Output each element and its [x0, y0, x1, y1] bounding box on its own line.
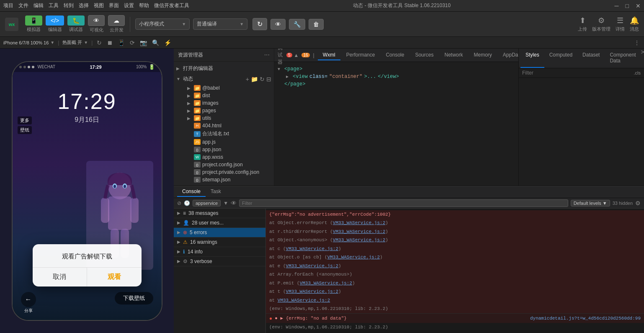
search-device-button[interactable]: 🔍 [151, 39, 160, 47]
styles-tab-dataset[interactable]: Dataset [577, 49, 605, 68]
folder-pages[interactable]: ▶ 📁 pages [174, 107, 274, 114]
collapse-icon[interactable]: ⊟ [266, 76, 271, 83]
menu-project[interactable]: 项目 [3, 2, 13, 9]
share-button[interactable]: ← 分享 [21, 292, 36, 314]
styles-filter-input[interactable] [522, 70, 632, 76]
more-device-icon[interactable]: ⋮ [633, 39, 641, 47]
version-button[interactable]: ⚙ 版本管理 [592, 16, 611, 32]
file-404[interactable]: H 404.html [174, 122, 274, 129]
link-4[interactable]: VM33_WAService.js:2 [286, 246, 338, 251]
menu-settings[interactable]: 设置 [124, 2, 134, 9]
screenshot-button[interactable]: 📷 [139, 39, 148, 47]
console-tab[interactable]: Console [177, 187, 206, 197]
file-legal-domain[interactable]: T 合法域名.txt [174, 129, 274, 138]
editor-button[interactable]: </> 编辑器 [46, 15, 64, 33]
minimize-button[interactable]: ─ [615, 3, 619, 9]
menu-help[interactable]: 帮助 [139, 2, 149, 9]
refresh-button[interactable]: ↻ [252, 18, 267, 30]
menu-view[interactable]: 视图 [94, 2, 104, 9]
folder-utils[interactable]: ▶ 📁 utils [174, 114, 274, 122]
details-button[interactable]: ☰ 详情 [616, 16, 625, 32]
tab-sources[interactable]: Sources [410, 50, 438, 60]
real-debug-button[interactable]: 🔧 [289, 19, 305, 30]
device-selector[interactable]: iPhone 6/7/8 100% 16 ▼ [3, 40, 54, 45]
maximize-button[interactable]: □ [626, 3, 629, 9]
log-group-info[interactable]: ▶ ℹ 14 info [174, 247, 265, 257]
file-appjs[interactable]: JS app.js [174, 138, 274, 146]
explorer-more-button[interactable]: ··· [264, 51, 270, 59]
link-6[interactable]: VM33_WAService.js:2 [286, 263, 338, 268]
menu-file[interactable]: 文件 [18, 2, 28, 9]
log-group-errors[interactable]: ▶ ⊗ 5 errors [174, 228, 265, 237]
menu-interface[interactable]: 界面 [109, 2, 119, 9]
tab-network[interactable]: Network [439, 50, 468, 60]
refresh-explorer-icon[interactable]: ↻ [260, 76, 265, 83]
refresh-device-button[interactable]: ↻ [96, 39, 103, 47]
styles-panel-more-icon[interactable]: >> [641, 49, 644, 68]
debugger-button[interactable]: 🐛 调试器 [67, 15, 85, 33]
cls-button[interactable]: .cls [634, 70, 641, 75]
window-controls[interactable]: ─ □ ✕ [615, 3, 641, 9]
wxml-page-open[interactable]: ▼ <page> [278, 65, 515, 73]
tab-wxml[interactable]: Wxml [318, 50, 340, 60]
stop-button[interactable]: ⏹ [106, 39, 113, 47]
eye-icon[interactable]: 👁 [231, 200, 237, 207]
phone-icon-button[interactable]: 📱 [117, 39, 126, 47]
simulator-button[interactable]: 📱 模拟器 [25, 15, 42, 33]
open-editors-header[interactable]: ▶ 打开的编辑器 [174, 63, 274, 74]
cancel-dialog-button[interactable]: 取消 [33, 268, 87, 287]
link-2[interactable]: VM33_WAService.js:2 [333, 229, 385, 234]
appservice-tag[interactable]: appservice [193, 200, 221, 207]
levels-dropdown[interactable]: Default levels ▼ [571, 200, 610, 207]
file-project-private-config[interactable]: {} project.private.config.json [174, 168, 274, 176]
compiler-dropdown[interactable]: 普通编译 ▼ [193, 18, 247, 30]
styles-tab-computed[interactable]: Computed [544, 49, 577, 68]
file-appjson[interactable]: {} app.json [174, 146, 274, 153]
folder-images[interactable]: ▶ 📁 images [174, 99, 274, 107]
console-clear-icon[interactable]: 🕐 [184, 200, 190, 206]
wxml-view-line[interactable]: ▶ <view class= "container" >... </view> [278, 73, 515, 80]
log-group-verbose[interactable]: ▶ ⚙ 3 verbose [174, 257, 265, 266]
bottom-error-location[interactable]: dynamicdetail.js?t=w_4d56cd120d2560dd:99 [530, 316, 641, 321]
hotspot-toggle[interactable]: 热面截 开 ▼ [62, 39, 88, 46]
tab-console[interactable]: Console [381, 50, 409, 60]
cloud-button[interactable]: ☁ 云开发 [108, 15, 125, 33]
styles-tab-styles[interactable]: Styles [520, 49, 544, 68]
rotate-button[interactable]: ⟳ [129, 39, 136, 47]
link-1[interactable]: VM33_WAService.js:2 [333, 220, 385, 225]
add-folder-icon[interactable]: 📁 [251, 76, 258, 83]
link-5[interactable]: VM33_WAService.js:2 [327, 255, 380, 260]
link-10[interactable]: VM33_WAService.js:2 [278, 298, 330, 303]
link-3[interactable]: VM33_WAService.js:2 [333, 237, 385, 243]
project-root[interactable]: ▼ 动态 + 📁 ↻ ⊟ [174, 74, 274, 84]
styles-tab-component[interactable]: Component Data [605, 49, 641, 68]
tab-performance[interactable]: Performance [341, 50, 380, 60]
task-tab[interactable]: Task [206, 187, 226, 197]
link-8[interactable]: VM33_WAService.js:2 [300, 281, 352, 286]
wifi-button[interactable]: ⚡ [163, 39, 172, 47]
folder-dist[interactable]: ▶ 📁 dist [174, 92, 274, 99]
menu-wechat[interactable]: 微信开发者工具 [154, 2, 189, 9]
menu-edit[interactable]: 编辑 [33, 2, 44, 9]
message-button[interactable]: 🔔 消息 [630, 16, 639, 32]
add-file-icon[interactable]: + [246, 76, 249, 83]
tab-appdata[interactable]: AppData [498, 50, 518, 60]
log-group-messages[interactable]: ▶ ≡ 38 messages [174, 209, 265, 218]
upload-button[interactable]: ⬆ 上传 [578, 16, 587, 32]
mode-dropdown[interactable]: 小程序模式 ▼ [135, 18, 190, 30]
folder-babel[interactable]: ▶ 📁 @babel [174, 84, 274, 92]
preview-button[interactable]: 👁 [270, 19, 286, 30]
menu-select[interactable]: 选择 [79, 2, 89, 9]
file-project-config[interactable]: {} project.config.json [174, 161, 274, 168]
close-button[interactable]: ✕ [636, 3, 641, 9]
clean-button[interactable]: 🗑 [309, 19, 324, 30]
console-filter-input[interactable] [239, 199, 568, 207]
file-appwxss[interactable]: W app.wxss [174, 153, 274, 161]
wxml-page-close[interactable]: </page> [278, 80, 515, 88]
menu-goto[interactable]: 转到 [64, 2, 74, 9]
watch-dialog-button[interactable]: 观看 [87, 268, 142, 287]
log-group-warnings[interactable]: ▶ ⚠ 16 warnings [174, 237, 265, 247]
filter-dropdown-icon[interactable]: ▼ [223, 200, 228, 206]
link-9[interactable]: VM33_WAService.js:2 [286, 289, 338, 294]
log-group-user[interactable]: ▶ 👤 28 user mes... [174, 218, 265, 228]
